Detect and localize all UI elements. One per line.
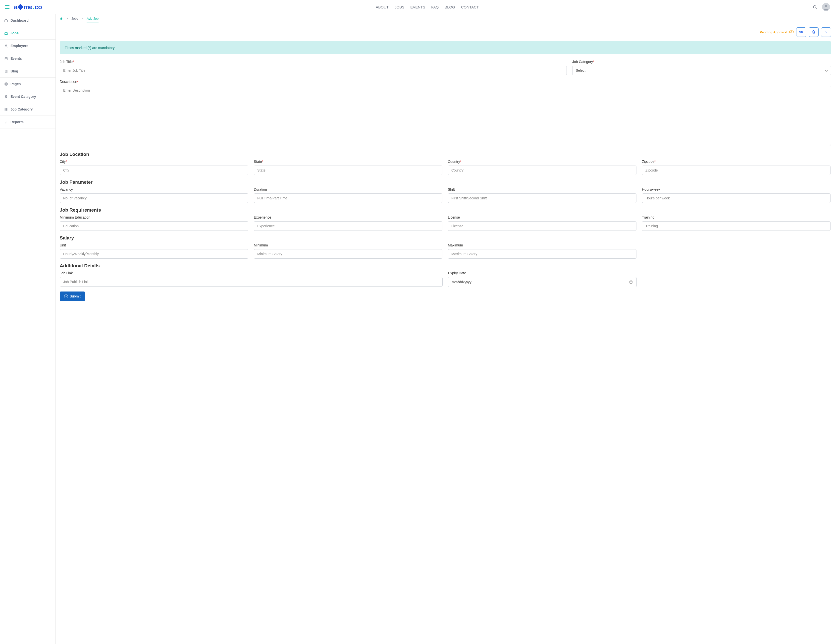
section-requirements: Job Requirements bbox=[60, 207, 831, 213]
breadcrumb-jobs[interactable]: Jobs bbox=[71, 17, 78, 20]
job-title-label: Job Title* bbox=[60, 60, 567, 64]
svg-point-28 bbox=[801, 31, 802, 33]
home-icon bbox=[4, 19, 8, 23]
unit-input[interactable] bbox=[60, 249, 248, 259]
hours-input[interactable] bbox=[642, 194, 830, 203]
section-location: Job Location bbox=[60, 151, 831, 157]
duration-input[interactable] bbox=[254, 194, 442, 203]
eye-icon bbox=[799, 29, 803, 35]
submit-label: Submit bbox=[70, 294, 81, 298]
menu-toggle-icon[interactable] bbox=[5, 5, 10, 9]
education-input[interactable] bbox=[60, 221, 248, 231]
section-additional: Additional Details bbox=[60, 263, 831, 268]
sidebar-item-label: Event Category bbox=[10, 94, 36, 99]
nav-contact[interactable]: CONTACT bbox=[461, 5, 479, 9]
state-label: State* bbox=[254, 159, 442, 164]
back-button[interactable] bbox=[821, 28, 831, 37]
layers-icon bbox=[4, 95, 8, 99]
chevron-left-icon bbox=[825, 30, 827, 34]
sidebar-item-jobs[interactable]: Jobs bbox=[0, 27, 55, 40]
chart-icon bbox=[4, 120, 8, 124]
sidebar-item-pages[interactable]: Pages bbox=[0, 78, 55, 90]
sidebar-item-label: Dashboard bbox=[10, 18, 29, 23]
training-label: Training bbox=[642, 215, 830, 219]
unit-label: Unit bbox=[60, 243, 248, 247]
sidebar-item-reports[interactable]: Reports bbox=[0, 116, 55, 128]
logo-text: me bbox=[23, 3, 32, 11]
calendar-icon bbox=[4, 57, 8, 60]
minimum-input[interactable] bbox=[254, 249, 442, 259]
description-label: Description* bbox=[60, 80, 831, 84]
education-label: Minimum Education bbox=[60, 215, 248, 219]
hours-label: Hours/week bbox=[642, 187, 830, 192]
breadcrumb-current: Add Job bbox=[86, 17, 99, 23]
country-input[interactable] bbox=[448, 166, 637, 175]
license-input[interactable] bbox=[448, 221, 637, 231]
svg-rect-7 bbox=[5, 33, 7, 34]
vacancy-label: Vacancy bbox=[60, 187, 248, 192]
nav-faq[interactable]: FAQ bbox=[431, 5, 439, 9]
trash-icon bbox=[812, 29, 816, 35]
maximum-input[interactable] bbox=[448, 249, 637, 259]
expiry-input[interactable] bbox=[448, 277, 637, 287]
user-avatar[interactable] bbox=[822, 3, 830, 11]
header: a me . co ABOUT JOBS EVENTS FAQ BLOG CON… bbox=[0, 0, 835, 14]
logo-text: a bbox=[14, 3, 18, 11]
toggle-icon[interactable] bbox=[789, 30, 794, 34]
shift-input[interactable] bbox=[448, 194, 637, 203]
shift-label: Shift bbox=[448, 187, 637, 192]
nav-about[interactable]: ABOUT bbox=[376, 5, 389, 9]
sidebar-item-label: Events bbox=[10, 57, 22, 60]
list-icon bbox=[4, 107, 8, 111]
globe-icon bbox=[4, 82, 8, 86]
experience-input[interactable] bbox=[254, 221, 442, 231]
nav-blog[interactable]: BLOG bbox=[445, 5, 455, 9]
zipcode-input[interactable] bbox=[642, 166, 830, 175]
book-icon bbox=[4, 70, 8, 73]
nav-events[interactable]: EVENTS bbox=[410, 5, 425, 9]
chevron-right-icon bbox=[66, 17, 68, 20]
logo-dot: . bbox=[33, 3, 34, 11]
breadcrumb: Jobs Add Job bbox=[56, 14, 835, 23]
user-icon bbox=[4, 44, 8, 48]
state-input[interactable] bbox=[254, 166, 442, 175]
svg-point-8 bbox=[5, 45, 7, 46]
expiry-label: Expiry Date bbox=[448, 271, 637, 275]
header-right bbox=[812, 3, 830, 11]
job-category-select[interactable]: Select bbox=[572, 66, 831, 75]
chevron-right-icon bbox=[81, 17, 84, 20]
job-category-label: Job Category* bbox=[572, 60, 831, 64]
sidebar-item-events[interactable]: Events bbox=[0, 52, 55, 65]
license-label: License bbox=[448, 215, 637, 219]
country-label: Country* bbox=[448, 159, 637, 164]
job-link-input[interactable] bbox=[60, 277, 443, 286]
duration-label: Duration bbox=[254, 187, 442, 192]
svg-point-3 bbox=[813, 5, 816, 8]
delete-button[interactable] bbox=[809, 28, 819, 37]
sidebar-item-event-category[interactable]: Event Category bbox=[0, 90, 55, 103]
sidebar-item-dashboard[interactable]: Dashboard bbox=[0, 14, 55, 27]
logo-diamond-icon bbox=[17, 4, 23, 10]
search-icon[interactable] bbox=[812, 5, 817, 9]
city-label: City* bbox=[60, 159, 248, 164]
sidebar-item-blog[interactable]: Blog bbox=[0, 65, 55, 78]
maximum-label: Maximum bbox=[448, 243, 637, 247]
description-textarea[interactable] bbox=[60, 86, 831, 146]
breadcrumb-home-icon[interactable] bbox=[60, 17, 63, 20]
mandatory-notice: Fields marked (*) are mandatory bbox=[60, 41, 831, 54]
logo-text: co bbox=[34, 3, 42, 11]
sidebar-item-job-category[interactable]: Job Category bbox=[0, 103, 55, 116]
vacancy-input[interactable] bbox=[60, 194, 248, 203]
arrow-right-circle-icon: → bbox=[64, 294, 68, 298]
logo[interactable]: a me . co bbox=[14, 3, 42, 11]
top-nav: ABOUT JOBS EVENTS FAQ BLOG CONTACT bbox=[42, 5, 812, 9]
training-input[interactable] bbox=[642, 221, 830, 231]
city-input[interactable] bbox=[60, 166, 248, 175]
sidebar-item-employers[interactable]: Employers bbox=[0, 40, 55, 52]
submit-button[interactable]: → Submit bbox=[60, 291, 85, 301]
nav-jobs[interactable]: JOBS bbox=[395, 5, 405, 9]
job-title-input[interactable] bbox=[60, 66, 567, 75]
section-parameter: Job Parameter bbox=[60, 179, 831, 185]
preview-button[interactable] bbox=[796, 28, 806, 37]
sidebar: Dashboard Jobs Employers Events Blog Pag… bbox=[0, 14, 56, 644]
